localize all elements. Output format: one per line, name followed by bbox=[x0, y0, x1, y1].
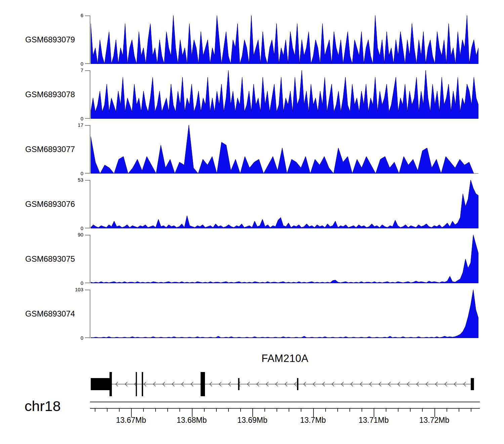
track-label: GSM6893075 bbox=[25, 255, 79, 263]
axis-minor-tick bbox=[240, 409, 241, 412]
y-axis-max-label: 6 bbox=[60, 13, 83, 18]
track-label: GSM6893074 bbox=[25, 309, 79, 318]
exon-utr bbox=[238, 378, 240, 390]
y-axis-min-label: 0 bbox=[60, 335, 83, 340]
axis-minor-tick bbox=[277, 409, 277, 412]
axis-minor-tick bbox=[410, 409, 411, 412]
y-axis-max-label: 53 bbox=[60, 177, 83, 182]
y-axis-top-tick bbox=[85, 15, 90, 16]
axis-minor-tick bbox=[459, 409, 459, 412]
y-axis-top-tick bbox=[85, 180, 90, 181]
y-axis-bottom-tick bbox=[85, 283, 90, 283]
track-label: GSM6893076 bbox=[25, 200, 79, 209]
axis-minor-tick bbox=[349, 409, 350, 412]
axis-tick-label: 13.7Mb bbox=[300, 416, 326, 425]
y-axis-min-label: 0 bbox=[60, 116, 83, 121]
chromosome-line bbox=[90, 402, 480, 402]
y-axis-line bbox=[90, 290, 90, 338]
y-axis-bottom-tick bbox=[85, 173, 90, 174]
axis-minor-tick bbox=[204, 409, 205, 412]
y-axis-max-label: 17 bbox=[60, 122, 83, 127]
exon-utr bbox=[297, 378, 298, 390]
exon-cds bbox=[136, 372, 137, 396]
coverage-polygon bbox=[91, 125, 478, 174]
axis-minor-tick bbox=[179, 409, 180, 412]
y-axis-line bbox=[90, 15, 90, 64]
y-axis-top-tick bbox=[85, 235, 90, 235]
coverage-signal-area bbox=[91, 180, 478, 228]
axis-minor-tick bbox=[337, 409, 338, 412]
axis-minor-tick bbox=[228, 409, 229, 412]
axis-tick-label: 13.68Mb bbox=[177, 416, 207, 425]
axis-minor-tick bbox=[289, 409, 289, 412]
track-label: GSM6893077 bbox=[25, 145, 79, 154]
coverage-track-GSM6893076: GSM6893076 53 0 bbox=[0, 180, 504, 228]
y-axis-max-label: 90 bbox=[60, 232, 83, 237]
axis-minor-tick bbox=[155, 409, 156, 412]
track-label: GSM6893078 bbox=[25, 90, 79, 99]
y-axis-min-label: 0 bbox=[60, 226, 83, 231]
coverage-track-GSM6893078: GSM6893078 7 0 bbox=[0, 70, 504, 119]
axis-minor-tick bbox=[447, 409, 447, 412]
axis-minor-tick bbox=[471, 409, 471, 412]
coverage-polygon bbox=[91, 180, 478, 228]
exon-cds bbox=[201, 372, 205, 396]
coverage-track-GSM6893079: GSM6893079 6 0 bbox=[0, 15, 504, 64]
coverage-signal-area bbox=[91, 15, 478, 64]
y-axis-max-label: 103 bbox=[60, 287, 83, 292]
axis-tick-label: 13.72Mb bbox=[419, 416, 450, 425]
coverage-signal-area bbox=[91, 125, 478, 174]
y-axis-bottom-tick bbox=[85, 337, 90, 338]
axis-tick-label: 13.69Mb bbox=[237, 416, 267, 425]
coverage-signal-area bbox=[91, 290, 478, 338]
coverage-signal-area bbox=[91, 235, 478, 283]
exon-cds bbox=[110, 372, 112, 396]
axis-minor-tick bbox=[264, 409, 265, 412]
coverage-polygon bbox=[91, 15, 478, 64]
axis-minor-tick bbox=[95, 409, 95, 412]
y-axis-line bbox=[90, 235, 90, 283]
genome-axis-line bbox=[90, 408, 480, 409]
axis-minor-tick bbox=[143, 409, 144, 412]
axis-minor-tick bbox=[301, 409, 301, 412]
gene-model bbox=[90, 367, 480, 402]
genome-browser-figure: GSM6893079 6 0 GSM6893078 7 0 GSM6893077… bbox=[0, 0, 504, 444]
y-axis-top-tick bbox=[85, 290, 90, 290]
y-axis-max-label: 7 bbox=[60, 68, 83, 73]
y-axis-line bbox=[90, 180, 90, 228]
coverage-polygon bbox=[91, 235, 478, 283]
axis-minor-tick bbox=[167, 409, 168, 412]
axis-minor-tick bbox=[386, 409, 386, 412]
y-axis-min-label: 0 bbox=[60, 281, 83, 286]
axis-tick-label: 13.71Mb bbox=[359, 416, 389, 425]
y-axis-bottom-tick bbox=[85, 63, 90, 64]
y-axis-line bbox=[90, 125, 90, 174]
y-axis-top-tick bbox=[85, 70, 90, 71]
y-axis-min-label: 0 bbox=[60, 171, 83, 176]
axis-minor-tick bbox=[216, 409, 217, 412]
axis-minor-tick bbox=[398, 409, 398, 412]
coverage-polygon bbox=[91, 70, 478, 119]
axis-minor-tick bbox=[119, 409, 120, 412]
axis-minor-tick bbox=[422, 409, 423, 412]
coverage-track-GSM6893074: GSM6893074 103 0 bbox=[0, 290, 504, 338]
y-axis-bottom-tick bbox=[85, 118, 90, 119]
exon-cds bbox=[142, 372, 143, 396]
exon-utr bbox=[91, 378, 111, 390]
coverage-track-GSM6893075: GSM6893075 90 0 bbox=[0, 235, 504, 283]
y-axis-top-tick bbox=[85, 125, 90, 126]
y-axis-bottom-tick bbox=[85, 228, 90, 228]
axis-minor-tick bbox=[362, 409, 362, 412]
y-axis-line bbox=[90, 70, 90, 119]
axis-minor-tick bbox=[107, 409, 108, 412]
axis-minor-tick bbox=[325, 409, 326, 412]
coverage-track-GSM6893077: GSM6893077 17 0 bbox=[0, 125, 504, 174]
track-label: GSM6893079 bbox=[25, 35, 79, 44]
coverage-signal-area bbox=[91, 70, 478, 119]
chromosome-label: chr18 bbox=[25, 398, 61, 414]
exon-utr bbox=[471, 378, 474, 390]
coverage-polygon bbox=[91, 290, 478, 338]
gene-name-label: FAM210A bbox=[90, 353, 480, 365]
y-axis-min-label: 0 bbox=[60, 61, 83, 66]
axis-tick-label: 13.67Mb bbox=[116, 416, 146, 425]
